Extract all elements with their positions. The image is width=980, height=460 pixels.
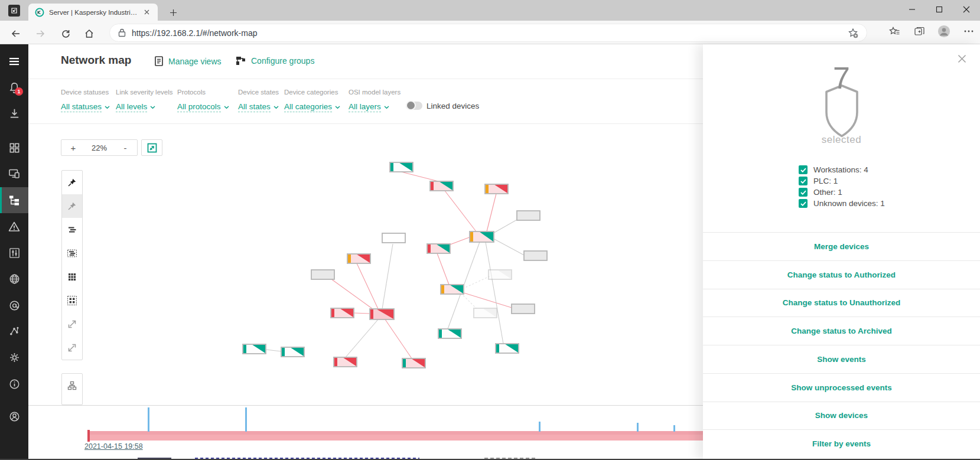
device-node-or[interactable]	[485, 184, 508, 194]
profile-avatar[interactable]	[937, 25, 950, 38]
filter-device-categories: Device categoriesAll categories	[284, 89, 340, 112]
filter-link-severity-levels: Link severity levelsAll levels	[116, 89, 173, 112]
device-node-gray[interactable]	[524, 251, 547, 260]
network-link	[487, 194, 496, 231]
sidebar-item-at[interactable]	[0, 292, 28, 318]
checkbox-checked[interactable]	[799, 188, 808, 197]
device-node-ghost[interactable]	[474, 308, 497, 318]
event-timeline[interactable]: 2021-04-15 19:58	[28, 405, 703, 460]
workspace-icon[interactable]	[8, 5, 20, 17]
device-node-gray[interactable]	[512, 304, 535, 314]
sidebar-item-download[interactable]	[0, 100, 28, 126]
configure-groups-button[interactable]: Configure groups	[236, 56, 314, 66]
device-node-hub[interactable]	[370, 309, 394, 319]
device-node-g[interactable]	[390, 162, 413, 172]
tab-close-icon[interactable]	[141, 7, 152, 18]
maximize-button[interactable]	[926, 0, 953, 19]
menu-icon	[8, 55, 21, 68]
timeline-date-link[interactable]: 2021-04-15 19:58	[84, 442, 143, 451]
home-icon[interactable]	[82, 26, 97, 41]
device-node-rr[interactable]	[334, 357, 357, 367]
sidebar-item-network-map[interactable]	[0, 187, 28, 213]
filter-dropdown[interactable]: All protocols	[177, 102, 229, 112]
merge-devices-button[interactable]: Merge devices	[703, 232, 980, 260]
device-node-g[interactable]	[281, 347, 304, 357]
sidebar-item-globe[interactable]	[0, 266, 28, 292]
show-devices-button[interactable]: Show devices	[703, 402, 980, 430]
browser-tab[interactable]: Server | Kaspersky Industrial Cyb...	[28, 4, 158, 21]
favorite-star-icon[interactable]	[846, 27, 859, 40]
sidebar-item-dashboard[interactable]	[0, 135, 28, 161]
filter-dropdown[interactable]: All categories	[284, 102, 340, 112]
tab-title: Server | Kaspersky Industrial Cyb...	[49, 9, 138, 16]
url-text[interactable]: https://192.168.2.1/#/network-map	[132, 28, 846, 38]
manage-views-button[interactable]: Manage views	[155, 56, 222, 66]
device-node-gray[interactable]	[311, 270, 334, 279]
device-group-label: Workstations: 4	[813, 165, 868, 174]
device-node-white[interactable]	[382, 233, 405, 243]
filter-label: OSI model layers	[349, 89, 401, 96]
sidebar-item-devices[interactable]	[0, 161, 28, 187]
sidebar-item-user[interactable]	[0, 403, 28, 429]
filter-by-events-button[interactable]: Filter by events	[703, 429, 980, 458]
show-unprocessed-events-button[interactable]: Show unprocessed events	[703, 373, 980, 402]
linked-devices-label: Linked devices	[426, 102, 479, 110]
filter-dropdown[interactable]: All states	[238, 102, 279, 112]
change-status-to-unauthorized-button[interactable]: Change status to Unauthorized	[703, 289, 980, 317]
network-link	[461, 293, 476, 308]
address-bar[interactable]: https://192.168.2.1/#/network-map	[109, 24, 867, 42]
sidebar-item-gear[interactable]	[0, 344, 28, 370]
window-controls	[898, 0, 980, 19]
filter-dropdown[interactable]: All statuses	[61, 102, 110, 112]
change-status-to-archived-button[interactable]: Change status to Archived	[703, 317, 980, 345]
sidebar-item-sliders[interactable]	[0, 240, 28, 266]
device-node-og[interactable]	[441, 285, 464, 294]
sidebar-item-warning[interactable]	[0, 214, 28, 240]
device-node-gray[interactable]	[517, 211, 540, 220]
timeline-density-band[interactable]	[87, 431, 703, 441]
new-tab-button[interactable]	[166, 5, 180, 19]
filter-label: Device statuses	[61, 89, 110, 96]
device-node-g[interactable]	[438, 329, 461, 338]
forward-icon[interactable]	[32, 26, 48, 41]
sidebar-item-graph[interactable]	[0, 318, 28, 344]
checkbox-checked[interactable]	[799, 165, 808, 174]
network-link	[266, 350, 281, 351]
filter-osi-model-layers: OSI model layersAll layers	[349, 89, 401, 112]
minimize-button[interactable]	[898, 0, 926, 19]
device-node-og[interactable]	[470, 231, 494, 242]
device-node-g[interactable]	[243, 344, 266, 354]
linked-devices-toggle[interactable]	[406, 102, 422, 110]
event-spike	[148, 407, 149, 432]
device-node-ghost[interactable]	[489, 270, 512, 279]
device-node-rg[interactable]	[427, 244, 450, 253]
device-node-g[interactable]	[496, 344, 519, 353]
user-icon	[8, 410, 21, 423]
device-node-rr[interactable]	[331, 308, 354, 318]
browser-menu-icon[interactable]	[962, 25, 975, 38]
device-node-rg[interactable]	[430, 181, 453, 191]
app-sidebar: 1	[0, 44, 28, 460]
close-window-button[interactable]	[953, 0, 980, 19]
network-map-canvas[interactable]	[28, 123, 703, 405]
change-status-to-authorized-button[interactable]: Change status to Authorized	[703, 260, 980, 289]
sidebar-item-info[interactable]	[0, 371, 28, 397]
filter-dropdown[interactable]: All levels	[116, 102, 155, 112]
device-node-or[interactable]	[347, 254, 370, 263]
sidebar-item-bell[interactable]: 1	[0, 74, 28, 100]
collections-icon[interactable]	[913, 25, 926, 38]
globe-icon	[8, 273, 21, 285]
show-events-button[interactable]: Show events	[703, 345, 980, 373]
network-link	[331, 279, 373, 309]
favorites-bar-icon[interactable]	[888, 25, 901, 38]
chevron-down-icon	[150, 106, 155, 109]
sidebar-item-menu[interactable]	[0, 48, 28, 74]
back-icon[interactable]	[8, 26, 24, 41]
device-node-gr[interactable]	[402, 358, 425, 368]
network-link	[437, 253, 449, 285]
refresh-icon[interactable]	[58, 26, 73, 41]
checkbox-checked[interactable]	[799, 199, 808, 208]
checkbox-checked[interactable]	[799, 177, 808, 185]
chevron-down-icon	[384, 106, 389, 109]
filter-dropdown[interactable]: All layers	[349, 102, 389, 112]
